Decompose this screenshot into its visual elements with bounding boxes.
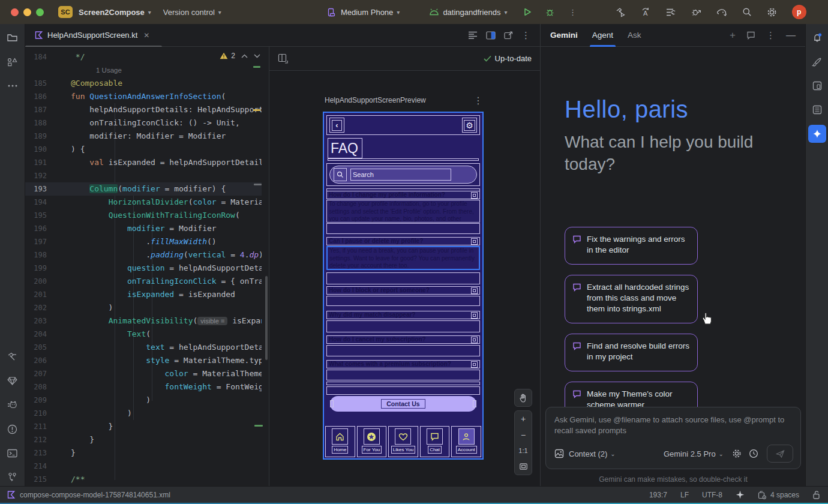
panel-options-kebab-icon[interactable]: ⋮ [766,30,775,41]
model-dropdown[interactable]: Gemini 2.5 Pro ⌄ [664,449,724,458]
refactor-icon[interactable]: A [641,7,652,17]
gradle-sync-icon[interactable] [716,7,727,17]
notifications-bell-icon[interactable] [808,29,826,47]
attach-debugger-icon[interactable] [691,7,702,17]
new-chat-plus-icon[interactable]: + [730,29,736,41]
code-line-201[interactable]: 201 isExpanded = isExpanded [25,288,262,301]
code-line-212[interactable]: 212 } [25,433,262,446]
send-button[interactable] [767,445,793,463]
problems-icon[interactable] [4,420,22,438]
app-quality-insights-icon[interactable] [4,372,22,390]
usage-inlay-hint[interactable]: 1 Usage [25,64,262,77]
code-line-208[interactable]: 208 fontWeight = FontWeight.N [25,380,262,394]
history-clock-icon[interactable] [749,449,758,458]
code-line-198[interactable]: 198 .padding(vertical = 4.dp), [25,248,262,262]
code-line-193[interactable]: 193 Column(modifier = modifier) { [25,182,262,196]
code-line-213[interactable]: 213} [25,446,262,460]
maximize-window-button[interactable] [36,8,44,16]
code-line-189[interactable]: 189 modifier: Modifier = Modifier [25,130,262,143]
zoom-to-fit-button[interactable] [515,459,532,474]
tab-helpandsupportscreen[interactable]: HelpAndSupportScreen.kt ✕ [25,24,158,47]
gemini-tool-icon[interactable] [808,125,826,143]
pan-tool-button[interactable] [514,389,532,407]
preview-layout-icon[interactable] [278,53,288,64]
close-tab-icon[interactable]: ✕ [142,31,151,40]
todo-list-icon[interactable] [666,7,677,17]
run-configuration-selector[interactable]: datingandfriends ▾ [422,4,513,20]
code-line-195[interactable]: 195 QuestionWithTrailingIconRow( [25,209,262,222]
suggestion-card-3[interactable]: Find and resolve build errors in my proj… [565,334,698,371]
code-line-204[interactable]: 204 Text( [25,328,262,341]
code-line-187[interactable]: 187 helpAndSupportDetails: HelpAndSuppor… [25,103,262,116]
code-line-206[interactable]: 206 style = MaterialTheme.typogra [25,354,262,367]
zoom-out-button[interactable]: − [515,427,532,442]
code-line-190[interactable]: 190) { [25,143,262,156]
version-control-menu[interactable]: Version control ▾ [157,4,227,20]
settings-gear-icon[interactable] [767,7,778,17]
code-line-202[interactable]: 202 ) [25,301,262,314]
code-line-199[interactable]: 199 question = helpAndSupportDetails.q [25,262,262,275]
suggestion-card-2[interactable]: Extract all hardcoded strings from this … [565,275,698,323]
code-line-205[interactable]: 205 text = helpAndSupportDetails.a [25,341,262,354]
device-selector[interactable]: Medium Phone ▾ [320,4,406,20]
project-tool-icon[interactable] [4,29,22,47]
version-control-tool-icon[interactable] [4,468,22,486]
preview-name-label[interactable]: HelpAndSupportScreenPreview [325,96,426,104]
inspections-widget[interactable]: 2 [220,52,260,60]
detach-editor-icon[interactable] [504,31,513,40]
build-run-icon[interactable] [616,7,626,17]
code-line-200[interactable]: 200 onTrailingIconClick = { onTrailingIc… [25,275,262,288]
phone-preview-frame[interactable]: ‹ ⚙ FAQ Search How do I change my profil… [323,112,484,460]
zoom-in-button[interactable]: + [515,412,532,427]
logcat-icon[interactable] [4,396,22,414]
tab-agent[interactable]: Agent [592,24,613,47]
debug-button[interactable] [545,7,556,17]
statusbar-file-label[interactable]: compose-compose-model-1758748140651.xml [20,491,170,499]
run-button[interactable] [522,7,533,17]
context-dropdown[interactable]: Context (2) ⌄ [569,449,616,458]
code-line-192[interactable]: 192 [25,169,262,182]
code-line-215[interactable]: 215/** [25,473,262,486]
editor-options-kebab-icon[interactable]: ⋮ [521,30,530,41]
code-line-211[interactable]: 211 } [25,420,262,433]
minimize-window-button[interactable] [23,8,31,16]
search-everywhere-icon[interactable] [742,7,752,17]
code-line-210[interactable]: 210 ) [25,407,262,420]
chat-history-icon[interactable] [746,31,755,40]
hide-panel-icon[interactable]: — [786,30,796,41]
file-encoding[interactable]: UTF-8 [702,491,722,499]
code-line-203[interactable]: 203 AnimatedVisibility(visible = isExpan… [25,314,262,328]
indent-setting[interactable]: 4 spaces [758,491,799,499]
sparkle-icon[interactable] [736,490,745,499]
code-line-194[interactable]: 194 HorizontalDivider(color = MaterialTh… [25,196,262,209]
code-line-209[interactable]: 209 ) [25,394,262,407]
code-line-191[interactable]: 191 val isExpanded = helpAndSupportDetai… [25,156,262,169]
traffic-lights[interactable] [0,8,49,16]
zoom-reset-button[interactable]: 1:1 [515,443,532,458]
line-ending[interactable]: LF [680,491,689,499]
tab-ask[interactable]: Ask [628,24,641,47]
gemini-settings-gear-icon[interactable] [732,449,742,458]
more-actions-kebab-icon[interactable]: ⋮ [568,7,578,17]
more-tool-windows-icon[interactable] [4,77,22,95]
code-line-186[interactable]: 186fun QuestionAndAnswerInfoSection( [25,90,262,103]
prev-problem-chevron-icon[interactable] [241,54,248,58]
split-editor-icon[interactable] [486,31,496,40]
screenshot-brush-icon[interactable] [808,53,826,71]
gemini-input-box[interactable]: Ask Gemini, use @filename to attach sour… [545,407,801,469]
user-avatar[interactable]: p [792,5,806,19]
structure-list-icon[interactable] [468,31,478,39]
code-editor[interactable]: 184 */1 Usage185@Composable186fun Questi… [25,47,269,486]
resource-manager-icon[interactable] [4,53,22,71]
running-devices-icon[interactable] [808,101,826,119]
build-tool-icon[interactable] [4,348,22,366]
next-problem-chevron-icon[interactable] [254,54,260,58]
code-line-214[interactable]: 214 [25,460,262,473]
code-line-188[interactable]: 188 onTrailingIconClick: () -> Unit, [25,116,262,130]
preview-options-kebab-icon[interactable]: ⋮ [473,95,483,106]
suggestion-card-1[interactable]: Fix the warnings and errors in the edito… [565,227,698,265]
code-line-196[interactable]: 196 modifier = Modifier [25,222,262,235]
vertical-scrollbar-thumb[interactable] [265,276,268,360]
project-menu[interactable]: Screen2Compose ▾ [73,4,157,20]
code-line-207[interactable]: 207 color = MaterialTheme. [25,367,262,380]
